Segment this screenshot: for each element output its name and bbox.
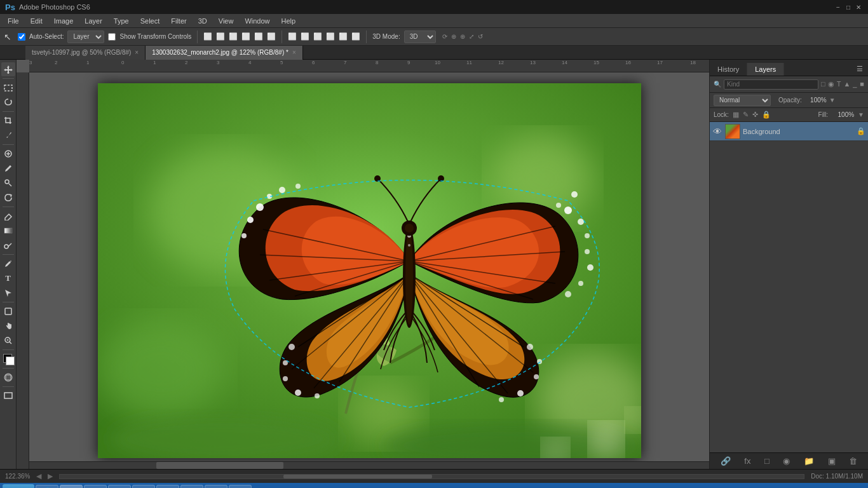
layer-kind-select[interactable]: Layer Group — [67, 30, 104, 43]
filter-shape-icon[interactable]: ▲ — [843, 80, 850, 88]
tool-move[interactable] — [1, 62, 15, 76]
add-fx-button[interactable]: fx — [742, 455, 753, 467]
taskbar-app3[interactable]: G — [229, 485, 252, 488]
layers-search-input[interactable] — [724, 79, 818, 90]
tool-hand[interactable] — [1, 319, 15, 333]
color-swatch[interactable] — [1, 352, 15, 366]
filter-smart-icon[interactable]: ⎯ — [853, 80, 857, 88]
3d-mode-select[interactable]: 3D — [404, 30, 436, 43]
close-button[interactable]: ✕ — [854, 3, 863, 11]
align-center-h-icon[interactable]: ⬜ — [216, 32, 225, 41]
delete-layer-button[interactable]: 🗑 — [846, 455, 860, 467]
lock-paint-icon[interactable]: ✎ — [743, 111, 749, 119]
blend-mode-select[interactable]: Normal Multiply Screen Overlay Dissolve — [714, 95, 771, 106]
tool-zoom[interactable] — [1, 334, 15, 348]
align-left-icon[interactable]: ⬜ — [203, 32, 212, 41]
menu-3d[interactable]: 3D — [193, 16, 212, 26]
tab-file1-close[interactable]: × — [135, 49, 139, 56]
taskbar-firefox[interactable]: 🦊 — [84, 485, 107, 488]
tab-file2-close[interactable]: × — [292, 49, 296, 56]
filter-toggle-icon[interactable]: ■ — [860, 80, 864, 88]
show-transform-checkbox[interactable] — [108, 33, 116, 41]
lock-transparency-icon[interactable]: ▦ — [733, 111, 739, 119]
menu-edit[interactable]: Edit — [25, 16, 48, 26]
lock-move-icon[interactable]: ✜ — [752, 111, 758, 119]
titlebar-controls[interactable]: − □ ✕ — [834, 3, 863, 11]
tool-eraser[interactable] — [1, 209, 15, 223]
layer-visibility-icon[interactable]: 👁 — [712, 126, 722, 137]
start-button[interactable] — [3, 484, 34, 488]
distribute-5-icon[interactable]: ⬜ — [339, 32, 348, 41]
tab-file1[interactable]: tsvetyi-10997.jpg @ 50% (RGB/8#) × — [25, 46, 146, 60]
horizontal-scrollbar[interactable] — [29, 461, 709, 469]
tool-lasso[interactable] — [1, 95, 15, 109]
3d-move-icon[interactable]: ⊕ — [451, 33, 456, 40]
tool-healing[interactable] — [1, 147, 15, 161]
tool-brush[interactable] — [1, 161, 15, 175]
menu-select[interactable]: Select — [135, 16, 165, 26]
menu-view[interactable]: View — [214, 16, 239, 26]
distribute-2-icon[interactable]: ⬜ — [301, 32, 309, 41]
distribute-3-icon[interactable]: ⬜ — [313, 32, 322, 41]
add-folder-button[interactable]: 📁 — [801, 455, 817, 467]
3d-roll-icon[interactable]: ↺ — [478, 33, 483, 40]
menu-image[interactable]: Image — [49, 16, 79, 26]
add-link-button[interactable]: 🔗 — [718, 455, 733, 467]
tool-crop[interactable] — [1, 114, 15, 128]
auto-select-checkbox[interactable] — [18, 33, 25, 41]
distribute-6-icon[interactable]: ⬜ — [351, 32, 360, 41]
align-center-v-icon[interactable]: ⬜ — [254, 32, 263, 41]
tool-clone[interactable] — [1, 176, 15, 190]
status-arrow-right[interactable]: ▶ — [48, 472, 53, 480]
filter-type-icon[interactable]: T — [837, 80, 841, 88]
status-arrow-left[interactable]: ◀ — [36, 472, 41, 480]
add-mask-button[interactable]: □ — [762, 455, 772, 467]
filter-pixel-icon[interactable]: □ — [821, 80, 825, 88]
taskbar-photoshop[interactable]: Ps — [60, 485, 83, 488]
3d-slide-icon[interactable]: ⤢ — [469, 33, 474, 40]
add-layer-button[interactable]: ▣ — [825, 455, 838, 467]
tool-eyedropper[interactable] — [1, 128, 15, 142]
tool-marquee-rect[interactable] — [1, 81, 15, 95]
tool-text[interactable]: T — [1, 271, 15, 285]
menu-layer[interactable]: Layer — [79, 16, 107, 26]
menu-window[interactable]: Window — [240, 16, 275, 26]
taskbar-app1[interactable]: M — [156, 485, 179, 488]
taskbar-chrome[interactable] — [108, 485, 131, 488]
tab-layers[interactable]: Layers — [747, 63, 784, 76]
opacity-arrow[interactable]: ▼ — [829, 97, 836, 104]
tool-history-brush[interactable] — [1, 191, 15, 205]
layer-item-background[interactable]: 👁 Background 🔒 — [710, 122, 868, 141]
menu-help[interactable]: Help — [276, 16, 301, 26]
panel-menu-button[interactable]: ☰ — [851, 62, 868, 76]
tool-dodge[interactable] — [1, 238, 15, 252]
tab-history[interactable]: History — [710, 63, 747, 76]
tool-gradient[interactable] — [1, 224, 15, 238]
status-scrollbar[interactable] — [59, 474, 804, 479]
tool-screen-mode[interactable] — [1, 389, 15, 403]
distribute-4-icon[interactable]: ⬜ — [326, 32, 335, 41]
tool-path-selection[interactable] — [1, 286, 15, 300]
tool-quick-mask[interactable] — [1, 370, 15, 384]
menu-type[interactable]: Type — [109, 16, 134, 26]
menu-file[interactable]: File — [3, 16, 24, 26]
add-adjustment-button[interactable]: ◉ — [780, 455, 792, 467]
3d-rotate-icon[interactable]: ⟳ — [442, 33, 447, 40]
minimize-button[interactable]: − — [834, 3, 843, 11]
tool-shape[interactable] — [1, 304, 15, 318]
taskbar-ie[interactable]: 🌐 — [36, 485, 58, 488]
maximize-button[interactable]: □ — [844, 3, 853, 11]
fill-arrow[interactable]: ▼ — [858, 111, 864, 118]
canvas-content[interactable] — [29, 72, 709, 469]
align-bottom-icon[interactable]: ⬜ — [267, 32, 276, 41]
align-top-icon[interactable]: ⬜ — [241, 32, 250, 41]
3d-scale-icon[interactable]: ⊕ — [460, 33, 465, 40]
align-right-icon[interactable]: ⬜ — [229, 32, 238, 41]
tool-pen[interactable] — [1, 257, 15, 271]
menu-filter[interactable]: Filter — [166, 16, 191, 26]
tab-file2[interactable]: 1300302632_monarch2.jpg @ 122% (RGB/8#) … — [146, 46, 303, 60]
taskbar-yandex[interactable]: Я — [132, 485, 155, 488]
lock-all-icon[interactable]: 🔒 — [762, 111, 771, 119]
distribute-1-icon[interactable]: ⬜ — [288, 32, 297, 41]
taskbar-app2[interactable]: W — [180, 485, 203, 488]
